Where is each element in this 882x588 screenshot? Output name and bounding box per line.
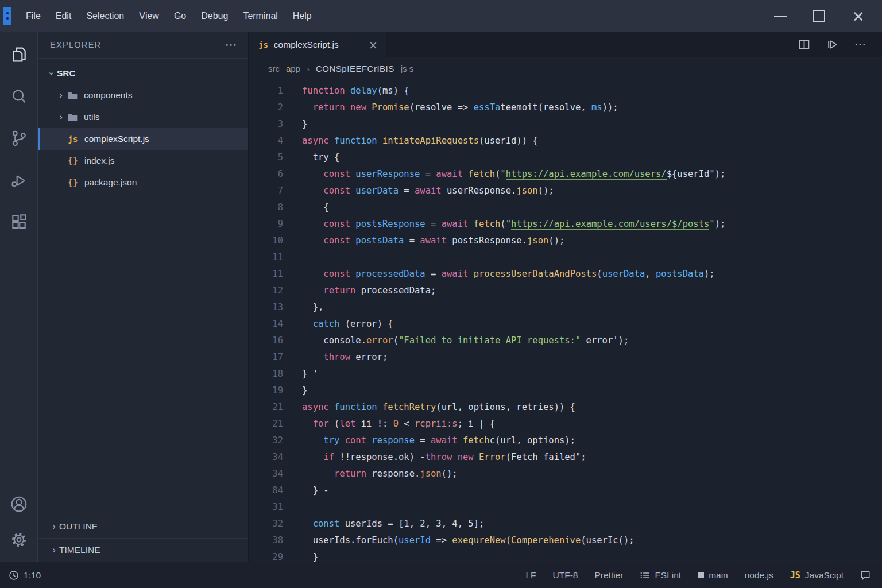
status-git-branch-main[interactable]: main: [698, 570, 728, 581]
status-language-mode[interactable]: JSJavaScipt: [790, 570, 844, 581]
git-branch-icon: [698, 572, 704, 578]
indent-guide: [303, 416, 303, 432]
tree-item-utils[interactable]: ›utils: [38, 106, 248, 128]
code-line[interactable]: 11: [249, 249, 882, 266]
tree-item-components[interactable]: ›components: [38, 84, 248, 106]
code-line[interactable]: 6 const userResponse = await fetch("http…: [249, 166, 882, 183]
chevron-right-icon: ›: [49, 521, 59, 532]
code-line[interactable]: 32 const userIds = [1, 2, 3, 4, 5];: [249, 516, 882, 532]
code-line[interactable]: 21async function fetchRetry(url, options…: [249, 399, 882, 416]
run-file-icon[interactable]: [826, 38, 838, 51]
extensions-icon[interactable]: [10, 213, 28, 231]
status-cursor-position[interactable]: 1:10: [9, 570, 41, 581]
code-line-content: return response.json();: [302, 466, 882, 482]
indent-guide: [314, 432, 314, 449]
code-line[interactable]: 1function delay(ms) {: [249, 83, 882, 99]
indent-guide: [303, 149, 303, 166]
code-line[interactable]: 12 return processedData;: [249, 283, 882, 299]
indent-guide: [314, 349, 314, 366]
tree-item-src[interactable]: ›SRC: [38, 63, 248, 84]
code-line[interactable]: 21 for (let ii !: 0 < rcprii:s; i | {: [249, 416, 882, 432]
account-icon[interactable]: [10, 495, 28, 513]
status-encoding[interactable]: UTF-8: [553, 570, 578, 581]
menu-item-help[interactable]: Help: [285, 0, 319, 32]
code-line-content: const postsResponse = await fetch("https…: [302, 216, 882, 233]
code-line[interactable]: 4async function intiateApiRequests(userI…: [249, 133, 882, 149]
tab-close-icon[interactable]: ×: [369, 38, 378, 51]
tree-item-package-json[interactable]: {}package.json: [38, 172, 248, 194]
tab-complexscript-js[interactable]: js complexScript.js ×: [249, 32, 386, 57]
menu-item-edit[interactable]: Edit: [48, 0, 79, 32]
code-line[interactable]: 32 try cont response = await fetchc(url,…: [249, 432, 882, 449]
code-line[interactable]: 11 const processedData = await processUs…: [249, 266, 882, 283]
indent-guide: [303, 249, 303, 266]
breadcrumb-segment[interactable]: src: [268, 64, 280, 74]
status-runtime-nodejs[interactable]: node.js: [745, 570, 773, 581]
code-line[interactable]: 19}: [249, 382, 882, 399]
split-editor-icon[interactable]: [798, 38, 810, 51]
menu-item-view[interactable]: View: [131, 0, 167, 32]
line-number: 12: [249, 283, 283, 299]
close-window-icon[interactable]: ×: [852, 8, 865, 24]
list-icon: [640, 570, 650, 581]
run-debug-icon[interactable]: [10, 171, 28, 189]
breadcrumb-segment[interactable]: app: [286, 64, 300, 74]
menu-item-terminal[interactable]: Terminal: [235, 0, 285, 32]
javascript-icon: JS: [790, 570, 800, 581]
code-line[interactable]: 3}: [249, 116, 882, 133]
status-linter-eslint[interactable]: ESLint: [640, 570, 681, 581]
menu-item-selection[interactable]: Selection: [79, 0, 131, 32]
status-formatter-prettier[interactable]: Prettier: [595, 570, 624, 581]
line-number: 11: [249, 249, 283, 266]
code-line[interactable]: 17 throw error;: [249, 349, 882, 366]
settings-icon[interactable]: [10, 531, 28, 549]
indent-guide: [303, 332, 303, 349]
panel-timeline[interactable]: ›TIMELINE: [38, 538, 248, 562]
code-line-content: const processedData = await processUserD…: [302, 266, 882, 283]
menu-item-file[interactable]: File: [18, 0, 48, 32]
code-line[interactable]: 38 userIds.forEuch(userId => exequreNew(…: [249, 532, 882, 549]
code-line-content: if !!response.ok) -throw new Error(Fetch…: [302, 449, 882, 466]
breadcrumb-segment[interactable]: js s: [401, 64, 414, 74]
tree-item-label: complexScript.js: [84, 134, 149, 144]
code-line-content: {: [302, 199, 882, 216]
maximize-icon[interactable]: [813, 10, 825, 22]
indent-guide: [303, 233, 303, 249]
code-line[interactable]: 16 console.error("Failed to initiate API…: [249, 332, 882, 349]
indent-guide: [314, 283, 314, 299]
code-line[interactable]: 18} ': [249, 366, 882, 382]
minimize-icon[interactable]: [774, 16, 787, 17]
code-line[interactable]: 29 }: [249, 549, 882, 562]
code-line[interactable]: 34 return response.json();: [249, 466, 882, 482]
search-icon[interactable]: [10, 87, 28, 106]
code-line[interactable]: 31: [249, 499, 882, 516]
status-feedback[interactable]: [860, 570, 871, 581]
code-line[interactable]: 14 catch (error) {: [249, 316, 882, 332]
folder-icon: [66, 90, 79, 101]
code-line[interactable]: 7 const userData = await userResponse.js…: [249, 183, 882, 199]
explorer-icon[interactable]: [10, 45, 28, 64]
code-line[interactable]: 2 return new Promise(resolve => essTatee…: [249, 99, 882, 116]
indent-guide: [303, 316, 303, 332]
source-control-icon[interactable]: [10, 129, 28, 148]
code-line[interactable]: 8 {: [249, 199, 882, 216]
code-line[interactable]: 84 } -: [249, 482, 882, 499]
menu-item-debug[interactable]: Debug: [194, 0, 235, 32]
indent-guide: [314, 266, 314, 283]
sidebar-bottom-panels: ›OUTLINE›TIMELINE: [38, 514, 248, 562]
code-line[interactable]: 10 const postsData = await postsResponse…: [249, 233, 882, 249]
code-line[interactable]: 5 try {: [249, 149, 882, 166]
panel-outline[interactable]: ›OUTLINE: [38, 515, 248, 538]
code-editor[interactable]: 1function delay(ms) {2 return new Promis…: [249, 80, 882, 562]
code-line[interactable]: 34 if !!response.ok) -throw new Error(Fe…: [249, 449, 882, 466]
code-line[interactable]: 9 const postsResponse = await fetch("htt…: [249, 216, 882, 233]
status-label: ESLint: [655, 570, 681, 581]
breadcrumb-segment[interactable]: CONSpIEEFCrIBIS: [316, 64, 394, 74]
explorer-sidebar: EXPLORER ⋯ ›SRC›components›utilsjscomple…: [38, 32, 248, 562]
status-eol-sequence[interactable]: LF: [525, 570, 536, 581]
code-line[interactable]: 13 },: [249, 299, 882, 316]
tree-item-label: package.json: [84, 177, 137, 188]
tree-item-index-js[interactable]: {}index.js: [38, 150, 248, 172]
tree-item-complexscript-js[interactable]: jscomplexScript.js: [38, 128, 248, 150]
menu-item-go[interactable]: Go: [167, 0, 194, 32]
